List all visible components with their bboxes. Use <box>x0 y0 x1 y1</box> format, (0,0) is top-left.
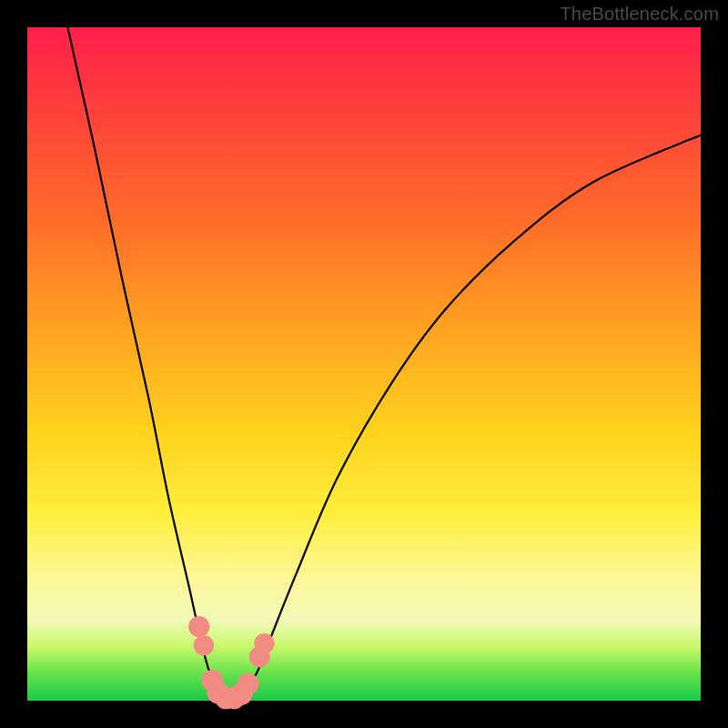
curve-marker <box>254 633 274 653</box>
curve-markers <box>188 616 275 709</box>
curve-marker <box>194 635 214 655</box>
bottleneck-curve <box>67 27 701 699</box>
attribution-text: TheBottleneck.com <box>560 4 719 25</box>
curve-marker <box>238 673 259 695</box>
chart-svg <box>27 27 701 701</box>
plot-area <box>27 27 701 701</box>
chart-frame: TheBottleneck.com <box>0 0 728 728</box>
curve-marker <box>188 616 209 637</box>
